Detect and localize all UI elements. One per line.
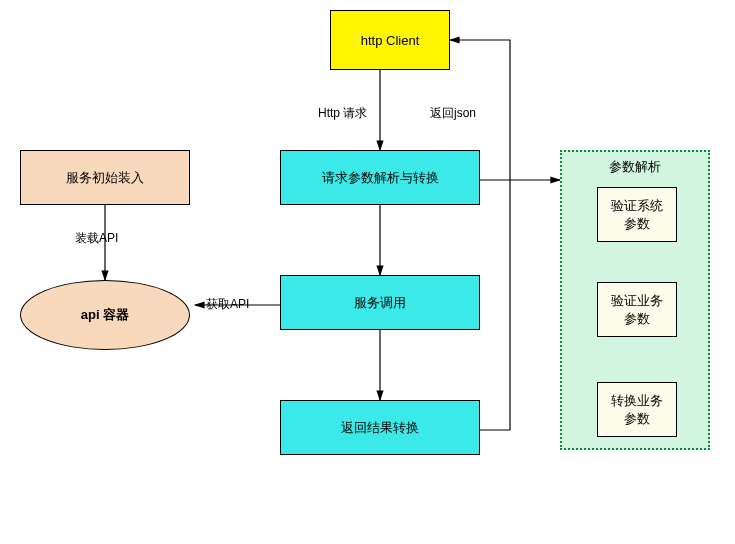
- node-service-call-label: 服务调用: [354, 294, 406, 312]
- node-request-parse: 请求参数解析与转换: [280, 150, 480, 205]
- node-service-init: 服务初始装入: [20, 150, 190, 205]
- node-request-parse-label: 请求参数解析与转换: [322, 169, 439, 187]
- node-service-call: 服务调用: [280, 275, 480, 330]
- node-api-container-label: api 容器: [81, 306, 129, 324]
- node-result-convert: 返回结果转换: [280, 400, 480, 455]
- group-param-parse-title: 参数解析: [562, 158, 708, 176]
- node-verify-business-label: 验证业务 参数: [611, 292, 663, 328]
- node-convert-business: 转换业务 参数: [597, 382, 677, 437]
- node-http-client-label: http Client: [361, 33, 420, 48]
- node-verify-system-label: 验证系统 参数: [611, 197, 663, 233]
- node-api-container: api 容器: [20, 280, 190, 350]
- node-result-convert-label: 返回结果转换: [341, 419, 419, 437]
- node-verify-business: 验证业务 参数: [597, 282, 677, 337]
- edge-label-http-request: Http 请求: [318, 105, 367, 122]
- edge-label-load-api: 装载API: [75, 230, 118, 247]
- node-verify-system: 验证系统 参数: [597, 187, 677, 242]
- node-http-client: http Client: [330, 10, 450, 70]
- group-param-parse: 参数解析 验证系统 参数 验证业务 参数 转换业务 参数: [560, 150, 710, 450]
- edge-label-return-json: 返回json: [430, 105, 476, 122]
- node-convert-business-label: 转换业务 参数: [611, 392, 663, 428]
- edge-label-get-api: 获取API: [206, 296, 249, 313]
- node-service-init-label: 服务初始装入: [66, 169, 144, 187]
